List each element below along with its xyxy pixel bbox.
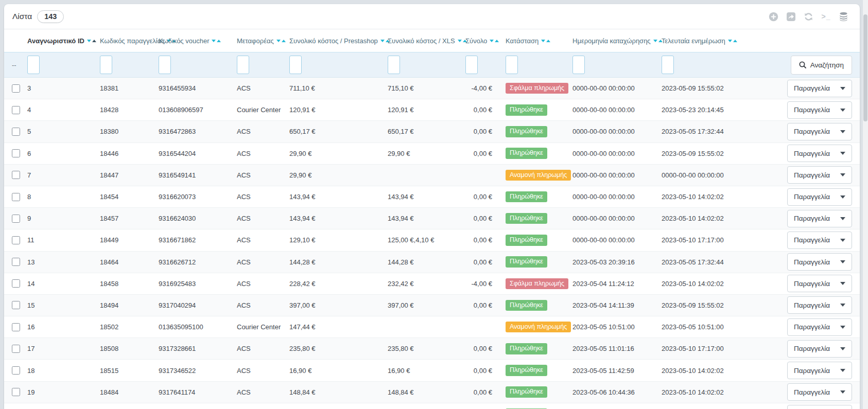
- status-badge: Πληρώθηκε: [506, 213, 547, 224]
- scrollbar-thumb[interactable]: [863, 14, 867, 121]
- row-checkbox[interactable]: [12, 388, 20, 396]
- order-action-button[interactable]: Παραγγελία: [787, 166, 852, 184]
- column-header-id[interactable]: Αναγνωριστικό ID: [27, 37, 100, 45]
- refresh-icon[interactable]: [804, 12, 813, 22]
- cell-order-code: 18446: [100, 150, 159, 157]
- cell-last-update: 2023-05-05 10:51:00: [662, 323, 739, 331]
- export-icon[interactable]: [786, 12, 796, 22]
- row-checkbox[interactable]: [12, 128, 20, 136]
- filter-input-last-update[interactable]: [662, 56, 674, 74]
- column-header-total-cost-xls[interactable]: Συνολικό κόστος / XLS: [388, 37, 465, 45]
- sort-arrows-icon[interactable]: [276, 40, 286, 42]
- filter-input-voucher-code[interactable]: [159, 56, 171, 74]
- cell-cost-prestashop: 144,28 €: [289, 258, 388, 266]
- column-header-total[interactable]: Σύνολο: [465, 37, 506, 45]
- filter-input-created-date[interactable]: [572, 56, 585, 74]
- row-checkbox[interactable]: [12, 149, 20, 157]
- filter-input-id[interactable]: [27, 56, 40, 74]
- database-icon[interactable]: [839, 12, 848, 22]
- row-checkbox[interactable]: [12, 236, 20, 244]
- column-header-carrier[interactable]: Μεταφορέας: [237, 37, 289, 45]
- sort-arrows-icon[interactable]: [541, 40, 550, 42]
- order-action-button[interactable]: Παραγγελία: [787, 275, 852, 292]
- column-header-last-update[interactable]: Τελευταία ενημέρωση: [662, 37, 739, 45]
- filter-input-carrier[interactable]: [237, 56, 249, 74]
- table-row: 8 18454 9316620073 ACS 143,94 € 143,94 €…: [4, 186, 860, 208]
- sort-arrows-icon[interactable]: [212, 40, 221, 42]
- cell-created-date: 2023-05-05 10:51:00: [572, 323, 662, 331]
- filter-input-cost-prestashop[interactable]: [289, 56, 302, 74]
- cell-total: 0,00 €: [465, 345, 506, 352]
- cell-created-date: 2023-05-06 10:44:36: [572, 388, 662, 396]
- row-checkbox[interactable]: [12, 301, 20, 309]
- table-row: Πληρώθηκε Παραγγελία: [4, 403, 860, 409]
- filter-input-total[interactable]: [465, 56, 478, 74]
- row-checkbox[interactable]: [12, 171, 20, 179]
- cell-created-date: 2023-05-03 20:39:16: [572, 258, 662, 266]
- row-checkbox[interactable]: [12, 215, 20, 223]
- filter-input-cost-xls[interactable]: [388, 56, 400, 74]
- row-checkbox[interactable]: [12, 258, 20, 266]
- order-action-button[interactable]: Παραγγελία: [787, 101, 852, 119]
- column-header-created-date[interactable]: Ημερομηνία καταχώρησης: [572, 37, 662, 45]
- order-action-button[interactable]: Παραγγελία: [787, 318, 852, 336]
- cell-cost-xls: 148,84 €: [388, 388, 465, 396]
- row-checkbox[interactable]: [12, 279, 20, 288]
- order-action-button[interactable]: Παραγγελία: [787, 145, 852, 162]
- status-badge: Πληρώθηκε: [506, 300, 547, 311]
- filter-input-order-code[interactable]: [100, 56, 112, 74]
- cell-cost-xls: 235,80 €: [388, 345, 465, 352]
- cell-cost-prestashop: 143,94 €: [289, 215, 388, 222]
- order-action-button[interactable]: Παραγγελία: [787, 340, 852, 358]
- add-icon[interactable]: [769, 12, 778, 22]
- column-header-voucher-code[interactable]: Κωδικός voucher: [159, 37, 237, 45]
- row-checkbox[interactable]: [12, 106, 20, 114]
- cell-total: -4,00 €: [465, 280, 506, 288]
- status-badge: Αναμονή πληρωμής: [506, 322, 571, 333]
- order-action-button[interactable]: Παραγγελία: [787, 296, 852, 314]
- column-header-status[interactable]: Κατάσταση: [506, 37, 572, 45]
- cell-id: 19: [27, 388, 100, 396]
- order-action-button[interactable]: Παραγγελία: [787, 210, 852, 227]
- sort-arrows-icon[interactable]: [490, 40, 499, 42]
- order-action-button[interactable]: Παραγγελία: [787, 253, 852, 271]
- cell-total: 0,00 €: [465, 215, 506, 222]
- order-action-button[interactable]: Παραγγελία: [787, 362, 852, 379]
- cell-id: 5: [27, 128, 100, 135]
- cell-cost-xls: 125,00 €,4,10 €: [388, 236, 465, 244]
- sort-arrows-icon[interactable]: [87, 40, 96, 42]
- filter-input-status[interactable]: [506, 56, 518, 74]
- order-action-button[interactable]: Παραγγελία: [787, 232, 852, 249]
- cell-id: 15: [27, 301, 100, 309]
- row-checkbox[interactable]: [12, 323, 20, 331]
- row-checkbox[interactable]: [12, 366, 20, 375]
- order-action-button[interactable]: Παραγγελία: [787, 80, 852, 97]
- cell-cost-prestashop: 143,94 €: [289, 193, 388, 201]
- panel-header: Λίστα 143 >_: [4, 4, 860, 29]
- cell-voucher-code: 013608906597: [159, 106, 237, 114]
- order-action-button[interactable]: Παραγγελία: [787, 383, 852, 401]
- row-checkbox[interactable]: [12, 84, 20, 93]
- table-row: 18 18515 9317346522 ACS 16,90 € 16,90 € …: [4, 360, 860, 381]
- cell-voucher-code: 9317346522: [159, 367, 237, 375]
- row-checkbox[interactable]: [12, 345, 20, 353]
- cell-voucher-code: 9316620073: [159, 193, 237, 201]
- sort-arrows-icon[interactable]: [728, 40, 737, 42]
- cell-order-code: 18428: [100, 106, 159, 114]
- order-action-button[interactable]: Παραγγελία: [787, 188, 852, 206]
- order-action-button[interactable]: Παραγγελία: [787, 405, 852, 409]
- cell-carrier: ACS: [237, 280, 289, 288]
- sort-arrows-icon[interactable]: [653, 40, 663, 42]
- cell-voucher-code: 013635095100: [159, 323, 237, 331]
- chevron-down-icon: [840, 195, 845, 199]
- terminal-icon[interactable]: >_: [821, 12, 831, 22]
- row-checkbox[interactable]: [12, 193, 20, 201]
- column-header-total-cost-prestashop[interactable]: Συνολικό κόστος / Prestashop: [289, 37, 388, 45]
- column-header-order-code[interactable]: Κωδικός παραγγελίας: [100, 37, 159, 45]
- search-button[interactable]: Αναζήτηση: [791, 56, 852, 75]
- order-action-button[interactable]: Παραγγελία: [787, 123, 852, 140]
- cell-last-update: 2023-05-23 20:14:45: [662, 106, 739, 114]
- list-title: Λίστα: [12, 12, 32, 21]
- order-action-label: Παραγγελία: [794, 215, 830, 222]
- cell-cost-xls: 397,00 €: [388, 301, 465, 309]
